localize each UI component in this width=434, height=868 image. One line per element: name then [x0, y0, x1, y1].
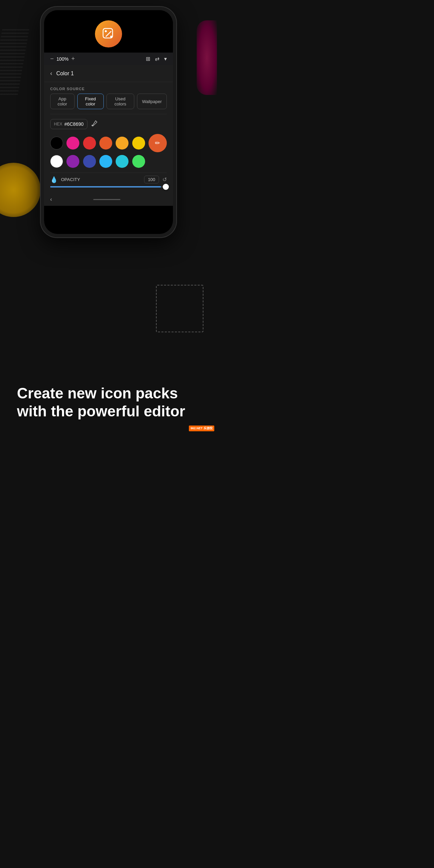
- opacity-label: OPACITY: [61, 177, 141, 182]
- swatch-purple[interactable]: [66, 155, 79, 168]
- tab-wallpaper[interactable]: Wallpaper: [137, 94, 167, 109]
- home-indicator: [93, 199, 120, 200]
- dashed-corner-decoration: [156, 285, 203, 332]
- bottom-bar: ‹: [44, 193, 173, 206]
- bg-decoration-yellow: [0, 163, 41, 217]
- swatch-red[interactable]: [83, 137, 96, 150]
- toolbar-right: ⊞ ⇄ ▾: [146, 56, 167, 62]
- dropdown-icon[interactable]: ▾: [164, 56, 167, 62]
- toolbar: − 100% + ⊞ ⇄ ▾: [44, 53, 173, 65]
- bottom-back-button[interactable]: ‹: [50, 196, 52, 202]
- swatch-black[interactable]: [50, 137, 63, 150]
- hex-input-box[interactable]: HEX #6C8690: [50, 119, 87, 129]
- eyedropper-button[interactable]: [91, 120, 98, 128]
- marketing-section: Create new icon packs with the powerful …: [0, 384, 217, 420]
- toolbar-left: − 100% +: [50, 55, 75, 62]
- tab-used-colors[interactable]: Used colors: [106, 94, 134, 109]
- source-tabs-container: App color Fixed color Used colors Wallpa…: [44, 94, 173, 114]
- color-panel: ‹ Color 1 COLOR SOURCE App color Fixed c…: [44, 65, 173, 206]
- svg-point-1: [105, 30, 107, 32]
- swatch-orange[interactable]: [116, 137, 129, 150]
- hex-value: #6C8690: [64, 121, 84, 127]
- slider-fill: [50, 186, 161, 188]
- swatch-teal[interactable]: [116, 155, 129, 168]
- back-button[interactable]: ‹: [50, 70, 52, 77]
- shuffle-icon[interactable]: ⇄: [155, 56, 159, 62]
- swatch-light-blue[interactable]: [99, 155, 112, 168]
- opacity-icon: 💧: [50, 176, 58, 183]
- panel-title: Color 1: [56, 71, 74, 77]
- swatch-yellow[interactable]: [132, 137, 145, 150]
- hex-row: HEX #6C8690: [44, 114, 173, 134]
- swatch-orange-red[interactable]: [99, 137, 112, 150]
- svg-line-2: [106, 31, 111, 37]
- edit-fab-button[interactable]: ✏: [149, 134, 167, 152]
- phone-frame: − 100% + ⊞ ⇄ ▾ ‹ Color 1 COLOR SOURCE Ap…: [41, 7, 176, 237]
- opacity-row: 💧 OPACITY 100 ↺: [44, 173, 173, 185]
- swatch-green[interactable]: [132, 155, 145, 168]
- opacity-value[interactable]: 100: [144, 176, 159, 183]
- panel-header: ‹ Color 1: [44, 65, 173, 82]
- screenshot-icon[interactable]: ⊞: [146, 56, 150, 62]
- tab-fixed-color[interactable]: Fixed color: [77, 94, 104, 109]
- zoom-minus-button[interactable]: −: [50, 55, 54, 62]
- color-source-label: COLOR SOURCE: [44, 82, 173, 94]
- swatch-blue[interactable]: [83, 155, 96, 168]
- watermark: 962.NET 乐游院: [189, 426, 214, 431]
- tab-app-color[interactable]: App color: [50, 94, 75, 109]
- app-icon: [95, 20, 122, 47]
- slider-thumb[interactable]: [163, 184, 169, 190]
- swatch-pink[interactable]: [66, 137, 79, 150]
- marketing-text: Create new icon packs with the powerful …: [17, 384, 200, 420]
- svg-point-3: [110, 36, 112, 38]
- phone-screen: − 100% + ⊞ ⇄ ▾ ‹ Color 1 COLOR SOURCE Ap…: [44, 10, 173, 234]
- swatch-white[interactable]: [50, 155, 63, 168]
- zoom-plus-button[interactable]: +: [71, 55, 75, 62]
- opacity-slider[interactable]: [50, 186, 167, 188]
- swatches-grid: ✏: [44, 134, 173, 173]
- reset-opacity-icon[interactable]: ↺: [162, 176, 167, 183]
- bg-decoration-keyboard: [0, 27, 30, 95]
- hex-label: HEX: [54, 122, 62, 126]
- zoom-level: 100%: [57, 56, 69, 62]
- app-icon-area: [44, 10, 173, 53]
- app-icon-svg: [101, 26, 116, 41]
- bg-decoration-right: [197, 20, 217, 95]
